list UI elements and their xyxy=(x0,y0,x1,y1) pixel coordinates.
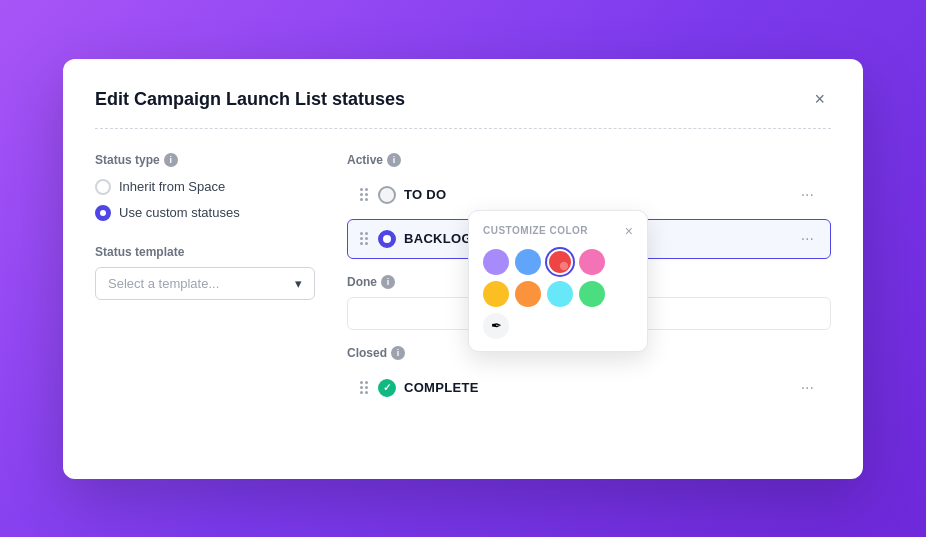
color-picker-title: CUSTOMIZE COLOR xyxy=(483,225,588,236)
radio-group: Inherit from Space Use custom statuses xyxy=(95,179,315,221)
modal: Edit Campaign Launch List statuses × Sta… xyxy=(63,59,863,479)
closed-section: Closed i ✓ COMPLETE ··· xyxy=(347,346,831,408)
done-info-icon: i xyxy=(381,275,395,289)
template-section: Status template Select a template... ▾ xyxy=(95,245,315,300)
table-row: ··· CUSTOMIZE COLOR × xyxy=(347,219,831,259)
modal-body: Status type i Inherit from Space Use cus… xyxy=(95,153,831,424)
color-swatch-cyan[interactable] xyxy=(547,281,573,307)
color-swatch-yellow[interactable] xyxy=(483,281,509,307)
closed-info-icon: i xyxy=(391,346,405,360)
svg-point-0 xyxy=(560,261,568,269)
color-swatch-pink[interactable] xyxy=(579,249,605,275)
left-panel: Status type i Inherit from Space Use cus… xyxy=(95,153,315,424)
table-row: ✓ COMPLETE ··· xyxy=(347,368,831,408)
status-indicator-todo[interactable] xyxy=(378,186,396,204)
modal-title: Edit Campaign Launch List statuses xyxy=(95,89,405,110)
color-swatch-red[interactable] xyxy=(547,249,573,275)
color-swatch-purple[interactable] xyxy=(483,249,509,275)
table-row: TO DO ··· xyxy=(347,175,831,215)
color-swatches: ✒ xyxy=(483,249,633,339)
active-info-icon: i xyxy=(387,153,401,167)
drag-handle-complete[interactable] xyxy=(358,379,370,396)
radio-circle-custom xyxy=(95,205,111,221)
color-swatch-orange[interactable] xyxy=(515,281,541,307)
drag-handle-backlog[interactable] xyxy=(358,230,370,247)
template-select-placeholder: Select a template... xyxy=(108,276,219,291)
status-type-label: Status type i xyxy=(95,153,315,167)
status-indicator-backlog[interactable] xyxy=(378,230,396,248)
color-swatch-blue[interactable] xyxy=(515,249,541,275)
checkmark-icon: ✓ xyxy=(383,382,391,393)
active-section-header: Active i xyxy=(347,153,831,167)
color-picker-close-button[interactable]: × xyxy=(625,223,633,239)
radio-circle-inherit xyxy=(95,179,111,195)
active-section: Active i TO DO ··· xyxy=(347,153,831,259)
status-type-info-icon: i xyxy=(164,153,178,167)
modal-close-button[interactable]: × xyxy=(808,87,831,112)
more-menu-todo[interactable]: ··· xyxy=(795,184,820,206)
more-menu-backlog[interactable]: ··· xyxy=(795,228,820,250)
radio-custom[interactable]: Use custom statuses xyxy=(95,205,315,221)
modal-header: Edit Campaign Launch List statuses × xyxy=(95,87,831,129)
chevron-down-icon: ▾ xyxy=(295,276,302,291)
drag-handle-todo[interactable] xyxy=(358,186,370,203)
status-name-complete: COMPLETE xyxy=(404,380,787,395)
color-swatch-green[interactable] xyxy=(579,281,605,307)
status-name-todo: TO DO xyxy=(404,187,787,202)
eyedropper-button[interactable]: ✒ xyxy=(483,313,509,339)
template-label: Status template xyxy=(95,245,315,259)
template-select-button[interactable]: Select a template... ▾ xyxy=(95,267,315,300)
radio-inherit[interactable]: Inherit from Space xyxy=(95,179,315,195)
more-menu-complete[interactable]: ··· xyxy=(795,377,820,399)
color-picker-header: CUSTOMIZE COLOR × xyxy=(483,223,633,239)
status-indicator-complete[interactable]: ✓ xyxy=(378,379,396,397)
right-panel: Active i TO DO ··· xyxy=(347,153,831,424)
color-picker-popup: CUSTOMIZE COLOR × xyxy=(468,210,648,352)
